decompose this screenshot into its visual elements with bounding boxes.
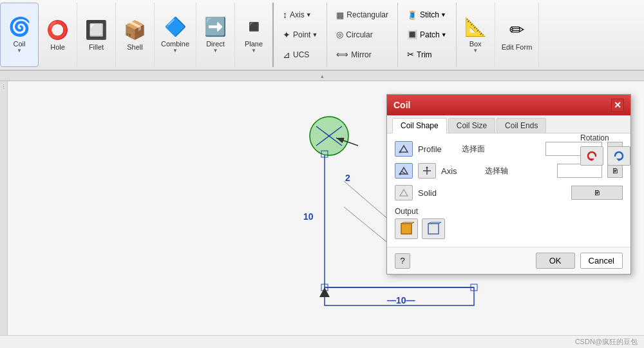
ucs-label: UCS	[293, 50, 309, 59]
status-bar: CSDN@疯狂的豆包	[0, 335, 644, 348]
dialog-body: Profile 选择面 🖹 Axis 选择轴	[387, 133, 630, 247]
ribbon-ucs-button[interactable]: ⊿ UCS	[279, 48, 321, 61]
coil-icon: 🌀	[8, 16, 31, 37]
ribbon-hole-button[interactable]: ⭕ Hole	[39, 3, 77, 67]
ribbon-circular-button[interactable]: ◎ Circular	[332, 28, 392, 41]
dialog-tabs: Coil Shape Coil Size Coil Ends	[387, 115, 630, 133]
axis-label: Axis	[290, 10, 305, 19]
svg-marker-24	[426, 166, 428, 168]
editform-label: Edit Form	[502, 43, 533, 51]
watermark: CSDN@疯狂的豆包	[575, 337, 638, 347]
trim-label: Trim	[417, 50, 432, 59]
rotation-label: Rotation	[580, 133, 630, 142]
left-sidebar: ⋮	[0, 81, 8, 335]
ribbon-coil-button[interactable]: 🌀 Coil ▼	[0, 3, 39, 67]
ok-button[interactable]: OK	[536, 253, 575, 269]
ribbon-stitch-button[interactable]: 🧵 Stitch ▼	[403, 9, 451, 21]
output-buttons	[395, 218, 623, 239]
ribbon-expand-icon[interactable]: ▴	[321, 73, 324, 79]
plane-arrow[interactable]: ▼	[251, 48, 256, 53]
patch-icon: 🔳	[407, 30, 417, 39]
ribbon-editform-button[interactable]: ✏ Edit Form	[495, 3, 540, 67]
rotation-ccw-btn[interactable]	[580, 146, 603, 166]
ribbon: 🌀 Coil ▼ ⭕ Hole 🔲 Fillet 📦 Shell 🔷 Combi…	[0, 0, 644, 71]
rectangular-label: Rectangular	[346, 10, 388, 19]
axis-input-btn[interactable]: 🖹	[607, 164, 623, 178]
tab-coil-ends[interactable]: Coil Ends	[497, 118, 546, 133]
solid-btn[interactable]: 🖹	[571, 186, 623, 200]
stitch-label: Stitch	[420, 10, 439, 19]
plane-icon: ◾	[243, 16, 265, 37]
svg-point-18	[399, 151, 401, 153]
dialog-title: Coil	[393, 100, 410, 110]
box-label: Box	[469, 40, 482, 48]
output-section: Output	[395, 207, 623, 239]
axis-icon: ↕	[283, 10, 287, 20]
ribbon-trim-button[interactable]: ✂ Trim	[403, 48, 451, 61]
svg-rect-26	[401, 224, 412, 234]
cancel-button[interactable]: Cancel	[580, 253, 623, 269]
solid-icon[interactable]	[395, 185, 413, 200]
ribbon-axis-button[interactable]: ↕ Axis ▼	[279, 8, 321, 21]
axis-input[interactable]	[557, 164, 602, 178]
plane-label: Plane	[245, 40, 263, 48]
point-dropdown[interactable]: ▼	[312, 32, 317, 38]
axis-select-icon[interactable]	[395, 163, 413, 179]
profile-select-icon[interactable]	[395, 141, 413, 157]
shell-icon: 📦	[124, 19, 146, 41]
rotation-section: Rotation	[580, 133, 630, 166]
ribbon-direct-button[interactable]: ➡️ Direct ▼	[196, 3, 235, 67]
hole-icon: ⭕	[46, 19, 69, 41]
ribbon-combine-button[interactable]: 🔷 Combine ▼	[155, 3, 196, 67]
dialog-close-button[interactable]: ✕	[611, 99, 624, 111]
dialog-footer: ? OK Cancel	[387, 247, 630, 274]
svg-marker-17	[400, 146, 408, 152]
svg-text:2: 2	[345, 173, 350, 183]
ribbon-plane-button[interactable]: ◾ Plane ▼	[235, 3, 274, 67]
axis-move-icon[interactable]	[418, 163, 436, 179]
output-label: Output	[395, 207, 623, 216]
dialog-titlebar: Coil ✕	[387, 95, 630, 115]
axis-label: Axis	[441, 166, 480, 176]
ribbon-shell-button[interactable]: 📦 Shell	[116, 3, 155, 67]
sidebar-dots: ⋮	[0, 81, 7, 90]
tab-coil-shape[interactable]: Coil Shape	[392, 118, 447, 133]
svg-text:10: 10	[303, 211, 314, 222]
output-surface-btn[interactable]	[422, 218, 445, 239]
patch-label: Patch	[420, 30, 440, 39]
mirror-label: Mirror	[351, 50, 371, 59]
ribbon-strip: ▴	[0, 71, 644, 81]
combine-label: Combine	[161, 40, 189, 48]
footer-buttons: OK Cancel	[536, 253, 623, 269]
coil-arrow[interactable]: ▼	[17, 48, 22, 53]
box-arrow[interactable]: ▼	[473, 48, 478, 53]
tab-coil-size[interactable]: Coil Size	[448, 118, 495, 133]
fillet-icon: 🔲	[85, 19, 108, 41]
ribbon-mirror-button[interactable]: ⟺ Mirror	[332, 48, 392, 61]
ribbon-point-button[interactable]: ✦ Point ▼	[279, 28, 321, 41]
rotation-cw-btn[interactable]	[607, 146, 630, 166]
combine-icon: 🔷	[164, 16, 187, 37]
axis-dropdown[interactable]: ▼	[306, 12, 312, 18]
svg-text:—10—: —10—	[387, 295, 415, 305]
ribbon-box-button[interactable]: 📐 Box ▼	[457, 3, 495, 67]
trim-icon: ✂	[407, 50, 414, 59]
direct-label: Direct	[206, 40, 225, 48]
shell-label: Shell	[127, 43, 142, 51]
point-icon: ✦	[283, 30, 290, 40]
direct-arrow[interactable]: ▼	[213, 48, 218, 53]
point-label: Point	[293, 30, 310, 39]
axis-chinese: 选择轴	[485, 166, 508, 177]
combine-arrow[interactable]: ▼	[173, 48, 178, 53]
output-solid-btn[interactable]	[395, 218, 418, 239]
pattern-group: ▦ Rectangular ◎ Circular ⟺ Mirror	[327, 3, 398, 67]
rotation-buttons	[580, 146, 630, 166]
ucs-icon: ⊿	[283, 50, 290, 60]
hole-label: Hole	[50, 43, 65, 51]
ribbon-patch-button[interactable]: 🔳 Patch ▼	[403, 28, 451, 41]
profile-label: Profile	[418, 144, 457, 154]
help-button[interactable]: ?	[395, 253, 410, 269]
spt-group: 🧵 Stitch ▼ 🔳 Patch ▼ ✂ Trim	[398, 3, 457, 67]
ribbon-fillet-button[interactable]: 🔲 Fillet	[77, 3, 116, 67]
ribbon-rectangular-button[interactable]: ▦ Rectangular	[332, 9, 392, 21]
